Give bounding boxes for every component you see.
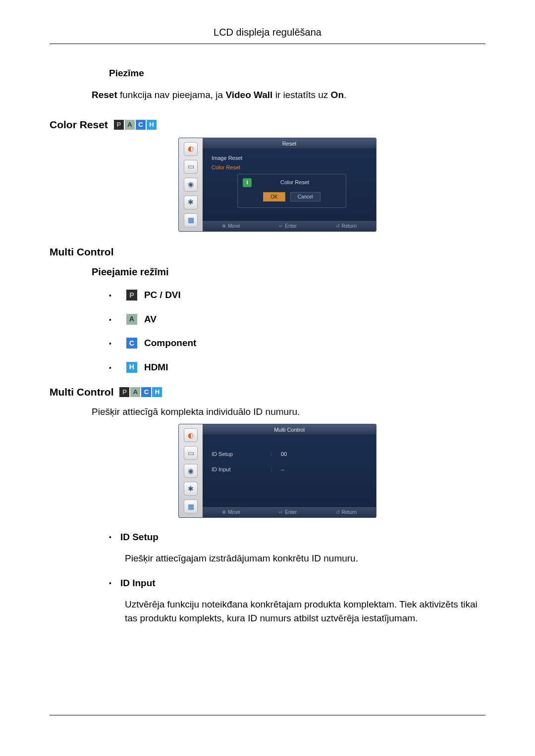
- multi-control-heading: Multi Control: [50, 244, 485, 260]
- cancel-button[interactable]: Cancel: [290, 192, 321, 202]
- color-reset-osd: ◐ ▭ ◉ ✱ ▦ Reset Image Reset Color Reset …: [178, 138, 376, 232]
- component-icon: C: [126, 338, 137, 349]
- pc-dvi-icon: P: [119, 387, 129, 397]
- av-icon: A: [130, 387, 140, 397]
- osd-sidebar: ◐ ▭ ◉ ✱ ▦: [179, 424, 203, 517]
- av-icon: A: [126, 314, 137, 325]
- mode-item-pc-dvi: P PC / DVI: [109, 288, 485, 302]
- note-mid: funkcija nav pieejama, ja: [117, 90, 226, 100]
- osd-row-label: ID Setup: [212, 450, 271, 458]
- color-reset-heading: Color Reset P A C H: [50, 117, 485, 133]
- on-word: On: [331, 90, 344, 100]
- mode-item-av: A AV: [109, 312, 485, 327]
- osd-sidebar: ◐ ▭ ◉ ✱ ▦: [179, 138, 203, 231]
- return-icon: ↺: [336, 222, 340, 230]
- pc-dvi-icon: P: [114, 120, 124, 130]
- return-icon: ↺: [336, 508, 340, 516]
- reset-word: Reset: [92, 90, 117, 100]
- move-label: Move: [228, 508, 240, 516]
- hdmi-icon: H: [126, 362, 137, 373]
- mode-item-component: C Component: [109, 336, 485, 351]
- note-mid2: ir iestatīts uz: [272, 90, 330, 100]
- desc-item-title: ID Setup: [109, 530, 485, 545]
- mode-label: Component: [144, 336, 197, 351]
- osd-footer: ✥Move ↵Enter ↺Return: [203, 506, 376, 517]
- mode-icons-group: P A C H: [114, 120, 157, 130]
- return-label: Return: [342, 508, 357, 516]
- multi-control-desc-list: ID Setup Piešķir attiecīgajam izstrādāju…: [109, 530, 485, 626]
- multi-control-desc: Piešķir attiecīgā komplekta individuālo …: [92, 405, 485, 419]
- osd-title: Reset: [203, 138, 376, 149]
- note-end: .: [344, 90, 346, 100]
- hdmi-icon: H: [147, 120, 157, 130]
- hdmi-icon: H: [152, 387, 162, 397]
- osd-tab-input-icon: ▭: [184, 160, 198, 174]
- enter-icon: ↵: [279, 508, 283, 516]
- multi-control-detail-heading: Multi Control P A C H: [50, 384, 485, 400]
- osd-row-sep: :: [271, 450, 281, 458]
- osd-dialog-title: Color Reset: [280, 178, 309, 187]
- bullet-icon: [109, 360, 119, 375]
- osd-tab-picture-icon: ◐: [184, 428, 198, 442]
- bullet-icon: [109, 336, 119, 351]
- modes-list: P PC / DVI A AV C Component H HDMI: [109, 288, 485, 374]
- bullet-icon: [109, 288, 119, 302]
- mode-label: PC / DVI: [144, 288, 181, 302]
- desc-item-id-input: ID Input Uztvērēja funkciju noteikđana k…: [109, 576, 485, 626]
- osd-tab-picture-icon: ◐: [184, 142, 198, 156]
- osd-tab-setup-icon: ✱: [184, 196, 198, 209]
- color-reset-heading-text: Color Reset: [50, 117, 108, 133]
- available-modes-heading: Pieejamie režīmi: [92, 264, 485, 279]
- av-icon: A: [125, 120, 135, 130]
- osd-tab-multi-icon: ▦: [184, 500, 198, 513]
- move-icon: ✥: [222, 508, 226, 516]
- osd-footer: ✥Move ↵Enter ↺Return: [203, 220, 376, 231]
- osd-tab-sound-icon: ◉: [184, 178, 198, 192]
- info-icon: i: [243, 178, 252, 187]
- osd-item-image-reset: Image Reset: [212, 154, 367, 162]
- desc-item-id-setup: ID Setup Piešķir attiecīgajam izstrādāju…: [109, 530, 485, 565]
- osd-tab-setup-icon: ✱: [184, 482, 198, 496]
- multi-control-heading-text: Multi Control: [50, 244, 113, 260]
- component-icon: C: [136, 120, 146, 130]
- osd-row-value: --: [281, 465, 284, 474]
- note-heading: Piezīme: [109, 66, 485, 81]
- page-title: LCD displeja regulēšana: [50, 25, 485, 44]
- move-icon: ✥: [222, 222, 226, 230]
- mode-icons-group: P A C H: [119, 387, 162, 397]
- osd-tab-sound-icon: ◉: [184, 464, 198, 478]
- osd-title: Multi Control: [203, 424, 376, 435]
- desc-item-body: Piešķir attiecīgajam izstrādājumam konkr…: [125, 552, 485, 566]
- osd-row-sep: :: [271, 465, 281, 474]
- osd-row-id-setup: ID Setup : 00: [212, 450, 367, 458]
- osd-item-color-reset: Color Reset: [212, 163, 367, 172]
- osd-tab-input-icon: ▭: [184, 446, 198, 460]
- mode-label: HDMI: [144, 360, 168, 375]
- enter-label: Enter: [285, 508, 297, 516]
- mode-item-hdmi: H HDMI: [109, 360, 485, 375]
- return-label: Return: [342, 222, 357, 230]
- footer-divider: [50, 715, 485, 715]
- osd-confirm-dialog: i Color Reset OK Cancel: [237, 174, 346, 208]
- bullet-icon: [109, 312, 119, 327]
- component-icon: C: [141, 387, 151, 397]
- mode-label: AV: [144, 312, 157, 327]
- desc-item-title: ID Input: [109, 576, 485, 591]
- desc-item-body: Uztvērēja funkciju noteikđana konkrētaja…: [125, 598, 485, 626]
- ok-button[interactable]: OK: [263, 192, 285, 202]
- osd-row-id-input: ID Input : --: [212, 465, 367, 474]
- osd-row-label: ID Input: [212, 465, 271, 474]
- osd-tab-multi-icon: ▦: [184, 213, 198, 227]
- enter-icon: ↵: [279, 222, 283, 230]
- move-label: Move: [228, 222, 240, 230]
- multi-control-detail-heading-text: Multi Control: [50, 384, 113, 400]
- multi-control-osd: ◐ ▭ ◉ ✱ ▦ Multi Control ID Setup : 00 ID…: [178, 424, 376, 518]
- osd-row-value: 00: [281, 450, 287, 458]
- pc-dvi-icon: P: [126, 290, 137, 301]
- enter-label: Enter: [285, 222, 297, 230]
- note-text: Reset funkcija nav pieejama, ja Video Wa…: [92, 88, 485, 102]
- video-wall-word: Video Wall: [225, 90, 272, 100]
